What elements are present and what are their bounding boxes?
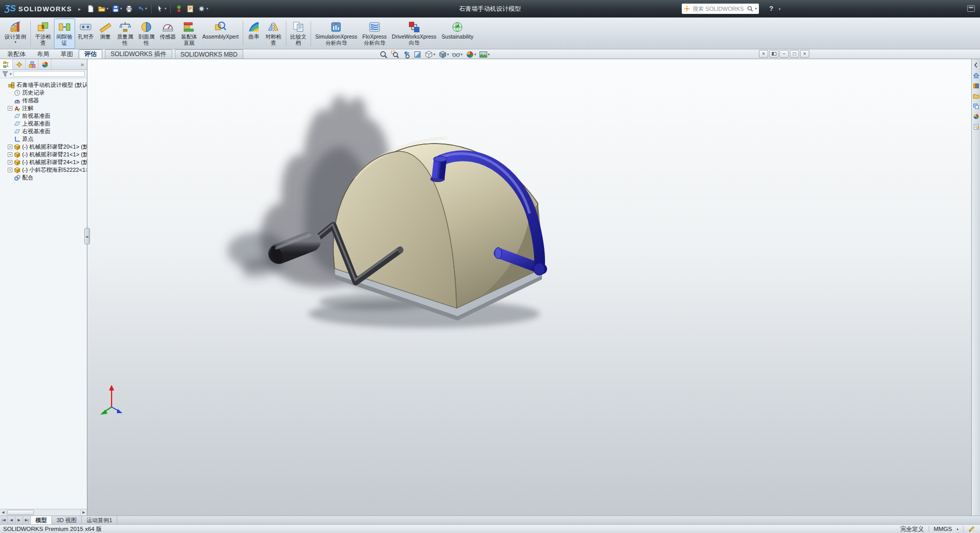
tabs-next-button[interactable]: ▶: [15, 516, 23, 524]
view-orientation-button[interactable]: ▾: [425, 50, 435, 59]
tabs-first-button[interactable]: |◀: [0, 516, 8, 524]
tab-layout[interactable]: 布局: [31, 49, 55, 59]
ribbon-measure-button[interactable]: 测量: [97, 19, 115, 49]
tab-display-manager[interactable]: [39, 59, 51, 69]
ribbon-hole-alignment-button[interactable]: 孔对齐: [75, 19, 97, 49]
filter-funnel-icon[interactable]: [2, 71, 8, 77]
close-pane-button[interactable]: ×: [759, 50, 768, 58]
expand-toggle[interactable]: +: [8, 168, 12, 172]
ribbon-floxpress-button[interactable]: FloXpress 分析向导: [360, 19, 389, 49]
tree-item-component-20[interactable]: + (-) 机械摇邪谢臂20<1> (默: [0, 143, 87, 151]
edit-appearance-caret[interactable]: ▾: [475, 52, 477, 57]
save-button[interactable]: ▾: [110, 3, 124, 15]
search-magnifier-icon[interactable]: [747, 6, 753, 12]
window-layout-button[interactable]: [967, 5, 975, 12]
task-pane-collapse-button[interactable]: [973, 62, 979, 68]
tree-item-top-plane[interactable]: 上视基准面: [0, 120, 87, 128]
scrollbar-track[interactable]: [34, 509, 80, 516]
ribbon-design-study-button[interactable]: 设计算例 ▾: [2, 19, 29, 49]
ribbon-compare-documents-button[interactable]: 比较文 档: [288, 19, 310, 49]
new-document-button[interactable]: [85, 3, 96, 15]
scroll-right-arrow[interactable]: ▶: [80, 509, 87, 516]
task-pane-design-library-button[interactable]: [973, 82, 979, 89]
ribbon-symmetry-check-button[interactable]: 对称检 查: [263, 19, 284, 49]
help-caret[interactable]: ▾: [778, 7, 781, 11]
ribbon-driveworksxpress-button[interactable]: DriveWorksXpress 向导: [389, 19, 439, 49]
expand-toggle[interactable]: +: [8, 106, 12, 111]
ribbon-curvature-button[interactable]: 曲率: [245, 19, 263, 49]
scrollbar-thumb[interactable]: [7, 510, 34, 515]
zoom-to-area-button[interactable]: [391, 50, 399, 59]
design-study-caret[interactable]: ▾: [14, 40, 16, 44]
help-button[interactable]: ?: [769, 5, 773, 12]
task-pane-resources-button[interactable]: [973, 72, 979, 79]
ribbon-assemblyxpert-button[interactable]: AssemblyXpert: [200, 19, 242, 49]
options-button[interactable]: ▾: [196, 3, 210, 15]
expand-toggle[interactable]: +: [8, 152, 12, 157]
tree-item-origin[interactable]: 原点: [0, 135, 87, 143]
help-search-box[interactable]: ▾: [682, 4, 759, 14]
search-input[interactable]: [692, 5, 746, 12]
tabs-last-button[interactable]: ▶|: [23, 516, 31, 524]
section-view-button[interactable]: [413, 50, 422, 59]
tree-item-annotations[interactable]: + A 注解: [0, 104, 87, 112]
select-caret[interactable]: ▾: [165, 7, 167, 11]
display-style-caret[interactable]: ▾: [447, 52, 449, 57]
status-units[interactable]: MMGS: [934, 526, 952, 532]
tab-solidworks-mbd[interactable]: SOLIDWORKS MBD: [175, 49, 243, 59]
tree-item-mates[interactable]: 配合: [0, 174, 87, 182]
apply-scene-caret[interactable]: ▾: [488, 52, 490, 57]
tree-item-component-24[interactable]: + (-) 机械摇邪谢臂24<1> (默: [0, 158, 87, 166]
save-caret[interactable]: ▾: [120, 7, 122, 11]
tab-sketch[interactable]: 草图: [55, 49, 79, 59]
ribbon-mass-properties-button[interactable]: 质量属 性: [115, 19, 136, 49]
graphics-viewport[interactable]: [87, 59, 971, 516]
3d-model-view[interactable]: [87, 59, 971, 516]
tree-item-assembly-root[interactable]: 石膏墙手动机设计模型 (默认<<: [0, 81, 87, 89]
expand-toggle[interactable]: +: [8, 145, 12, 149]
tab-solidworks-addins[interactable]: SOLIDWORKS 插件: [105, 49, 172, 59]
open-caret[interactable]: ▾: [106, 7, 108, 11]
ribbon-sensors-button[interactable]: 传感器: [157, 19, 179, 49]
task-pane-custom-properties-button[interactable]: [973, 123, 979, 130]
search-scope-caret[interactable]: ▾: [755, 7, 757, 11]
hide-show-caret[interactable]: ▾: [461, 52, 463, 57]
tab-motion-study-1[interactable]: 运动算例1: [82, 516, 117, 524]
panel-expand-chevrons[interactable]: »: [78, 59, 87, 69]
task-pane-view-palette-button[interactable]: [973, 103, 979, 110]
scroll-left-arrow[interactable]: ◀: [0, 509, 7, 516]
rebuild-button[interactable]: [173, 3, 185, 15]
ribbon-sustainability-button[interactable]: Sustainability: [439, 19, 476, 49]
units-caret[interactable]: ▴: [956, 527, 958, 531]
ribbon-interference-detection-button[interactable]: 干涉检 查: [32, 19, 54, 49]
apply-scene-button[interactable]: ▾: [479, 50, 490, 59]
tree-item-component-52222[interactable]: + (-) 小斜芯楔海邪52222<1>: [0, 166, 87, 174]
edit-appearance-button[interactable]: ▾: [466, 50, 477, 59]
tab-configuration-manager[interactable]: [26, 59, 39, 69]
tab-assembly[interactable]: 装配体: [2, 49, 31, 59]
zoom-fit-button[interactable]: [379, 50, 388, 59]
open-button[interactable]: ▾: [96, 3, 110, 15]
options-caret[interactable]: ▾: [206, 7, 208, 11]
tab-3d-views[interactable]: 3D 视图: [52, 516, 82, 524]
tab-model[interactable]: 模型: [31, 516, 52, 524]
view-orientation-caret[interactable]: ▾: [433, 52, 435, 57]
select-button[interactable]: ▾: [154, 3, 168, 15]
tab-property-manager[interactable]: [13, 59, 26, 69]
undo-button[interactable]: ▾: [135, 3, 149, 15]
tree-item-front-plane[interactable]: 前视基准面: [0, 112, 87, 120]
ribbon-clearance-verification-button[interactable]: 间隙验 证: [54, 19, 76, 49]
tabs-prev-button[interactable]: ◀: [8, 516, 15, 524]
file-properties-button[interactable]: [185, 3, 196, 15]
tree-item-component-21[interactable]: + (-) 机械摇邪谢臂21<1> (默: [0, 151, 87, 158]
display-style-button[interactable]: ▾: [439, 50, 449, 59]
undo-caret[interactable]: ▾: [145, 7, 147, 11]
tree-item-right-plane[interactable]: 右视基准面: [0, 128, 87, 135]
tab-feature-tree[interactable]: [0, 59, 13, 69]
task-pane-appearances-button[interactable]: [973, 113, 979, 120]
tree-item-sensors[interactable]: 传感器: [0, 97, 87, 104]
tab-evaluate[interactable]: 评估: [79, 49, 102, 59]
panel-horizontal-scrollbar[interactable]: ◀ ▶: [0, 509, 87, 516]
task-pane-file-explorer-button[interactable]: [973, 93, 979, 99]
tree-item-history[interactable]: 历史记录: [0, 89, 87, 97]
